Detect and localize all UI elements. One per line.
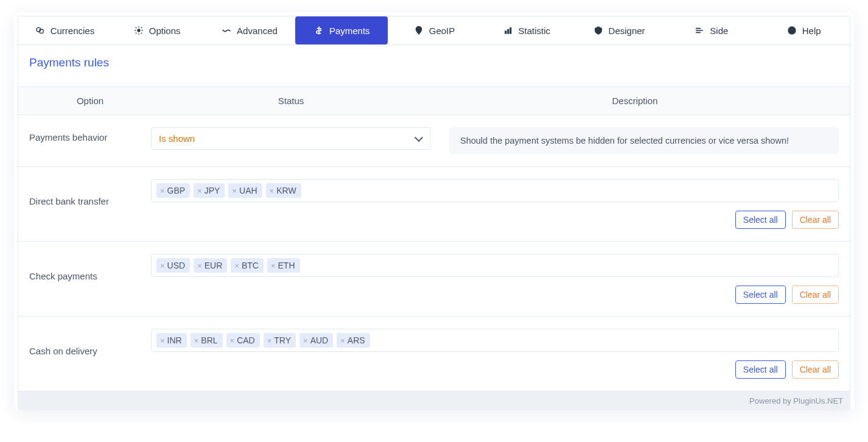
tab-geoip[interactable]: GeoIP — [388, 16, 480, 44]
remove-tag-icon[interactable]: × — [230, 336, 235, 345]
currency-tags-input[interactable]: ×GBP×JPY×UAH×KRW — [151, 179, 839, 202]
currency-tag: ×UAH — [228, 183, 262, 198]
tab-label: Currencies — [51, 26, 95, 36]
option-label: Cash on delivery — [29, 329, 151, 356]
tab-currencies[interactable]: Currencies — [18, 16, 111, 44]
currency-tag: ×JPY — [194, 183, 225, 198]
option-label: Check payments — [29, 254, 151, 281]
currency-tag: ×BTC — [231, 258, 264, 273]
remove-tag-icon[interactable]: × — [340, 336, 345, 345]
select-all-button[interactable]: Select all — [735, 286, 786, 304]
geoip-icon — [413, 25, 424, 36]
header-status: Status — [151, 96, 431, 106]
tab-label: Payments — [329, 26, 370, 36]
advanced-icon — [221, 25, 232, 36]
payment-row: Direct bank transfer×GBP×JPY×UAH×KRWSele… — [18, 167, 850, 242]
select-all-button[interactable]: Select all — [735, 360, 786, 379]
currency-tag: ×ARS — [337, 333, 369, 348]
tag-label: GBP — [167, 186, 186, 195]
svg-rect-4 — [505, 31, 506, 34]
currency-tag: ×AUD — [299, 333, 333, 348]
remove-tag-icon[interactable]: × — [303, 336, 308, 345]
remove-tag-icon[interactable]: × — [194, 336, 199, 345]
currency-tag: ×EUR — [194, 258, 227, 273]
tag-label: BTC — [242, 261, 259, 270]
tab-options[interactable]: Options — [111, 16, 203, 44]
remove-tag-icon[interactable]: × — [232, 186, 237, 195]
tag-label: BRL — [201, 335, 217, 345]
remove-tag-icon[interactable]: × — [160, 336, 165, 345]
currency-tag: ×INR — [156, 333, 187, 348]
tab-bar: CurrenciesOptionsAdvancedPaymentsGeoIPSt… — [18, 16, 850, 45]
tag-label: KRW — [276, 186, 296, 195]
tag-label: EUR — [205, 261, 223, 270]
currency-tags-input[interactable]: ×USD×EUR×BTC×ETH — [151, 254, 839, 277]
payments-icon — [313, 25, 324, 36]
tab-help[interactable]: Help — [757, 16, 850, 44]
tab-label: Designer — [609, 26, 645, 36]
designer-icon — [593, 25, 604, 36]
svg-rect-6 — [509, 27, 511, 33]
clear-all-button[interactable]: Clear all — [792, 360, 839, 379]
svg-point-2 — [138, 29, 140, 32]
svg-point-3 — [418, 28, 419, 30]
tab-label: GeoIP — [429, 26, 455, 36]
clear-all-button[interactable]: Clear all — [792, 286, 839, 304]
remove-tag-icon[interactable]: × — [267, 336, 272, 345]
svg-point-8 — [791, 32, 792, 33]
remove-tag-icon[interactable]: × — [271, 261, 276, 270]
payment-row: Cash on delivery×INR×BRL×CAD×TRY×AUD×ARS… — [18, 317, 850, 391]
side-icon — [694, 25, 705, 36]
settings-panel: CurrenciesOptionsAdvancedPaymentsGeoIPSt… — [14, 12, 854, 410]
tag-label: CAD — [237, 335, 255, 345]
statistic-icon — [503, 25, 514, 36]
currency-tag: ×CAD — [226, 333, 260, 348]
tab-label: Side — [710, 26, 728, 36]
tag-label: TRY — [274, 335, 291, 345]
remove-tag-icon[interactable]: × — [270, 186, 275, 195]
tab-label: Options — [149, 26, 181, 36]
footer-text: Powered by PluginUs.NET — [18, 391, 850, 410]
header-option: Option — [29, 96, 151, 106]
options-icon — [133, 25, 144, 36]
table-header: Option Status Description — [18, 86, 850, 115]
select-all-button[interactable]: Select all — [735, 211, 786, 229]
tab-label: Advanced — [237, 26, 278, 36]
remove-tag-icon[interactable]: × — [234, 261, 239, 270]
option-label: Payments behavior — [29, 127, 151, 142]
section-title: Payments rules — [18, 45, 850, 86]
currencies-icon — [35, 25, 46, 36]
behavior-select[interactable]: Is shown — [151, 127, 431, 150]
tab-designer[interactable]: Designer — [573, 16, 665, 44]
currency-tag: ×USD — [156, 258, 190, 273]
tag-label: UAH — [239, 186, 257, 195]
currency-tag: ×KRW — [266, 183, 301, 198]
remove-tag-icon[interactable]: × — [160, 261, 165, 270]
tag-label: JPY — [205, 186, 220, 195]
currency-tags-input[interactable]: ×INR×BRL×CAD×TRY×AUD×ARS — [151, 329, 839, 352]
svg-rect-5 — [507, 29, 508, 33]
header-description: Description — [431, 96, 839, 106]
payment-row: Check payments×USD×EUR×BTC×ETHSelect all… — [18, 242, 850, 317]
tag-label: ARS — [348, 335, 365, 345]
remove-tag-icon[interactable]: × — [160, 186, 165, 195]
clear-all-button[interactable]: Clear all — [792, 211, 839, 229]
currency-tag: ×ETH — [267, 258, 300, 273]
tab-label: Help — [802, 26, 821, 36]
help-icon — [786, 25, 797, 36]
tab-payments[interactable]: Payments — [295, 16, 388, 44]
tab-side[interactable]: Side — [665, 16, 757, 44]
tab-label: Statistic — [519, 26, 551, 36]
currency-tag: ×GBP — [156, 183, 190, 198]
remove-tag-icon[interactable]: × — [197, 186, 202, 195]
currency-tag: ×BRL — [191, 333, 223, 348]
option-label: Direct bank transfer — [29, 179, 151, 206]
remove-tag-icon[interactable]: × — [197, 261, 202, 270]
tag-label: AUD — [310, 335, 329, 345]
currency-tag: ×TRY — [264, 333, 296, 348]
tab-statistic[interactable]: Statistic — [480, 16, 573, 44]
tag-label: ETH — [278, 261, 295, 270]
behavior-description: Should the payment systems be hidden for… — [449, 127, 839, 154]
tag-label: INR — [167, 335, 182, 345]
tab-advanced[interactable]: Advanced — [203, 16, 296, 44]
